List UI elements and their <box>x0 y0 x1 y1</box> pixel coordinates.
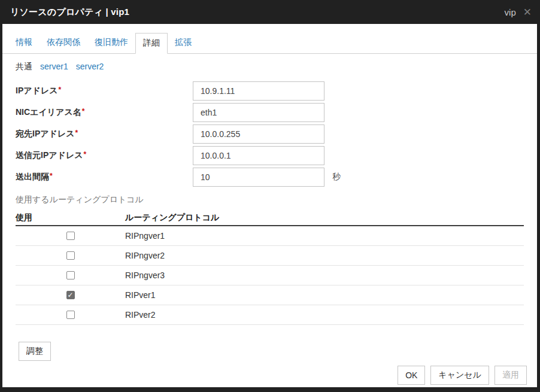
use-column-header: 使用 <box>16 212 125 223</box>
subtab-common[interactable]: 共通 <box>16 62 32 72</box>
ok-button[interactable]: OK <box>398 366 425 385</box>
ripver2-checkbox[interactable] <box>66 311 75 319</box>
protocol-name: RIPngver1 <box>125 231 165 241</box>
subtab-server2[interactable]: server2 <box>76 62 104 72</box>
ip-address-label: IPアドレス* <box>16 86 193 96</box>
close-icon[interactable]: ✕ <box>523 7 532 17</box>
required-asterisk: * <box>75 129 78 137</box>
destination-ip-input[interactable] <box>193 124 324 144</box>
server-subtabs: 共通 server1 server2 <box>2 54 537 72</box>
tab-recovery[interactable]: 復旧動作 <box>87 33 135 53</box>
resource-name-label: vip <box>505 7 516 17</box>
dialog-titlebar: リソースのプロパティ | vip1 vip ✕ <box>0 0 540 24</box>
form-row-destination-ip: 宛先IPアドレス* <box>2 123 537 145</box>
table-row: RIPver1 <box>16 285 524 305</box>
tab-dependency[interactable]: 依存関係 <box>40 33 87 53</box>
ripver1-checkbox[interactable] <box>66 291 75 299</box>
routing-protocol-section-label: 使用するルーティングプロトコル <box>2 195 537 205</box>
details-form: IPアドレス* NICエイリアス名* 宛先IPアドレス* 送信元IPアドレス* … <box>2 80 537 188</box>
table-row: RIPngver1 <box>16 226 524 246</box>
protocol-name: RIPngver2 <box>125 251 165 260</box>
dialog-content: 情報 依存関係 復旧動作 詳細 拡張 共通 server1 server2 IP… <box>2 24 537 387</box>
protocol-name: RIPver1 <box>125 290 156 300</box>
seconds-unit-label: 秒 <box>332 172 341 183</box>
destination-ip-label: 宛先IPアドレス* <box>16 129 193 139</box>
tab-info[interactable]: 情報 <box>8 33 40 53</box>
protocol-name: RIPver2 <box>125 310 156 320</box>
form-row-source-ip: 送信元IPアドレス* <box>2 145 537 166</box>
dialog-title: リソースのプロパティ | vip1 <box>10 7 129 18</box>
ip-address-input[interactable] <box>193 81 324 101</box>
apply-button[interactable]: 適用 <box>495 366 527 385</box>
source-ip-input[interactable] <box>193 146 324 165</box>
required-asterisk: * <box>50 172 53 180</box>
tab-extension[interactable]: 拡張 <box>168 33 199 53</box>
required-asterisk: * <box>82 107 85 116</box>
table-row: RIPngver3 <box>16 266 524 285</box>
source-ip-label: 送信元IPアドレス* <box>16 150 193 161</box>
nic-alias-input[interactable] <box>193 103 324 122</box>
required-asterisk: * <box>59 86 62 94</box>
tab-details[interactable]: 詳細 <box>135 33 168 54</box>
adjust-button[interactable]: 調整 <box>19 342 51 361</box>
protocol-name: RIPngver3 <box>125 271 165 280</box>
cancel-button[interactable]: キャンセル <box>430 366 489 385</box>
ripngver3-checkbox[interactable] <box>66 271 75 279</box>
ripngver2-checkbox[interactable] <box>66 251 75 260</box>
nic-alias-label: NICエイリアス名* <box>16 107 193 118</box>
resource-properties-dialog: リソースのプロパティ | vip1 vip ✕ 情報 依存関係 復旧動作 詳細 … <box>0 0 540 392</box>
tab-bar: 情報 依存関係 復旧動作 詳細 拡張 <box>2 24 537 54</box>
table-header-row: 使用 ルーティングプロトコル <box>16 211 524 226</box>
form-row-nic-alias: NICエイリアス名* <box>2 102 537 123</box>
send-interval-label: 送出間隔* <box>16 172 193 183</box>
footer-buttons: OK キャンセル 適用 <box>398 366 527 385</box>
protocol-column-header: ルーティングプロトコル <box>125 212 219 223</box>
routing-protocol-table: 使用 ルーティングプロトコル RIPngver1 RIPngver2 RIPng… <box>16 211 524 325</box>
send-interval-input[interactable] <box>193 168 324 187</box>
table-row: RIPver2 <box>16 305 524 325</box>
subtab-server1[interactable]: server1 <box>40 62 68 72</box>
required-asterisk: * <box>84 150 87 159</box>
ripngver1-checkbox[interactable] <box>66 232 75 240</box>
form-row-ip-address: IPアドレス* <box>2 80 537 102</box>
table-row: RIPngver2 <box>16 246 524 266</box>
form-row-send-interval: 送出間隔* 秒 <box>2 166 537 188</box>
